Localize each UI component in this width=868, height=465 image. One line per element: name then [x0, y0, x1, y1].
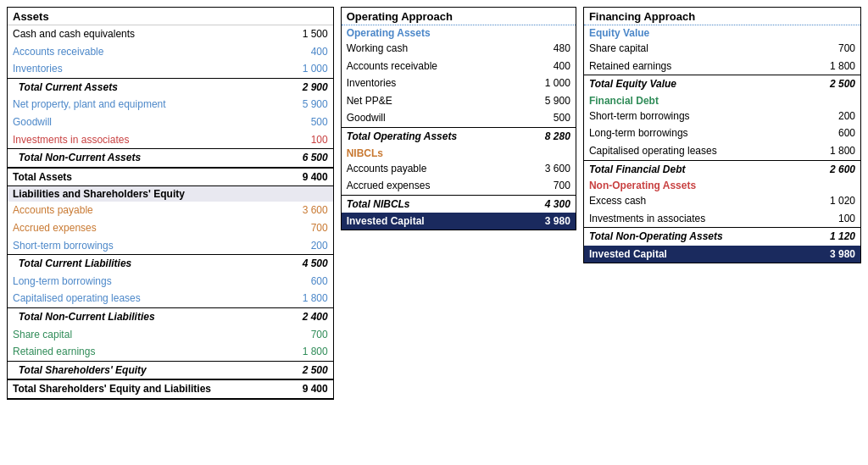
equity-value-title: Equity Value	[584, 25, 860, 40]
accrued-value: 700	[294, 220, 328, 236]
goodwill-label: Goodwill	[13, 114, 52, 130]
tnca-value: 6 500	[294, 150, 328, 166]
share-cap-value: 700	[294, 327, 328, 343]
op-assets-title: Operating Assets	[342, 25, 576, 40]
cap-leases-label: Capitalised operating leases	[13, 291, 141, 307]
financial-debt-title: Financial Debt	[584, 93, 860, 108]
total-non-op-assets-row: Total Non-Operating Assets 1 120	[584, 227, 860, 246]
cap-leases-row: Capitalised operating leases 1 800	[8, 290, 333, 307]
tfd-label: Total Financial Debt	[589, 162, 686, 178]
total-assets-row: Total Assets 9 400	[8, 167, 333, 187]
working-cash-row: Working cash 480	[342, 40, 576, 58]
cash-label: Cash and cash equivalents	[13, 26, 135, 42]
fin-ltb-row: Long-term borrowings 600	[584, 125, 860, 142]
ar-value: 400	[294, 44, 328, 60]
total-nibcls-row: Total NIBCLs 4 300	[342, 195, 576, 213]
inv-label: Inventories	[13, 61, 63, 77]
accrued-label: Accrued expenses	[13, 220, 97, 236]
fin-share-cap-label: Share capital	[589, 41, 648, 57]
cap-leases-value: 1 800	[294, 291, 328, 307]
tnoa-label: Total Non-Operating Assets	[589, 229, 723, 245]
tn-value: 4 300	[537, 197, 570, 213]
fin-stb-label: Short-term borrowings	[589, 108, 690, 125]
op-ap-row: Accounts payable 3 600	[342, 160, 576, 178]
working-cash-label: Working cash	[347, 41, 408, 57]
retained-earn-label: Retained earnings	[13, 344, 95, 360]
invest-assoc-row: Investments in associates 100	[8, 131, 333, 149]
op-inv-value: 1 000	[537, 75, 570, 91]
toa-label: Total Operating Assets	[347, 129, 457, 145]
op-inv-label: Inventories	[347, 75, 397, 91]
fin-stb-row: Short-term borrowings 200	[584, 108, 860, 125]
assets-panel: Assets Cash and cash equivalents 1 500 A…	[7, 7, 334, 400]
op-accrued-value: 700	[537, 178, 570, 194]
financing-panel: Financing Approach Equity Value Share ca…	[583, 7, 861, 263]
fin-invest-assoc-label: Investments in associates	[589, 211, 705, 227]
op-accrued-label: Accrued expenses	[347, 178, 431, 194]
ap-value: 3 600	[294, 202, 328, 219]
op-ppe-row: Net PP&E 5 900	[342, 92, 576, 110]
share-cap-row: Share capital 700	[8, 326, 333, 344]
fin-stb-value: 200	[821, 108, 855, 125]
inv-row: Inventories 1 000	[8, 60, 333, 78]
toa-value: 8 280	[537, 129, 570, 145]
tnca-label: Total Non-Current Assets	[13, 150, 141, 166]
fin-cap-leases-value: 1 800	[821, 143, 855, 159]
fin-retained-value: 1 800	[821, 58, 855, 75]
tcl-value: 4 500	[294, 256, 328, 272]
total-current-assets-row: Total Current Assets 2 900	[8, 78, 333, 97]
total-fin-debt-row: Total Financial Debt 2 600	[584, 160, 860, 179]
share-cap-label: Share capital	[13, 327, 72, 343]
total-op-assets-row: Total Operating Assets 8 280	[342, 127, 576, 146]
inv-value: 1 000	[294, 61, 328, 77]
working-cash-value: 480	[537, 41, 570, 57]
fin-invest-assoc-value: 100	[821, 211, 855, 227]
fin-cap-leases-row: Capitalised operating leases 1 800	[584, 142, 860, 160]
tcl-label: Total Current Liabilities	[13, 256, 131, 272]
tca-label: Total Current Assets	[13, 80, 118, 96]
operating-panel: Operating Approach Operating Assets Work…	[341, 7, 576, 230]
financing-title: Financing Approach	[589, 10, 695, 23]
invest-assoc-label: Investments in associates	[13, 132, 129, 148]
stb-value: 200	[294, 238, 328, 254]
ar-label: Accounts receivable	[13, 44, 103, 60]
tev-value: 2 500	[821, 76, 855, 92]
op-ic-value: 3 980	[537, 215, 570, 227]
tnoa-value: 1 120	[821, 229, 855, 245]
total-equity-value-row: Total Equity Value 2 500	[584, 75, 860, 93]
tfd-value: 2 600	[821, 162, 855, 178]
assets-header: Assets	[8, 8, 333, 25]
total-ncl-row: Total Non-Current Liabilities 2 400	[8, 307, 333, 326]
tn-label: Total NIBCLs	[347, 197, 410, 213]
goodwill-row: Goodwill 500	[8, 113, 333, 131]
ar-row: Accounts receivable 400	[8, 43, 333, 61]
op-ar-value: 400	[537, 58, 570, 75]
tncl-value: 2 400	[294, 309, 328, 325]
fin-share-cap-row: Share capital 700	[584, 40, 860, 58]
invest-assoc-value: 100	[294, 132, 328, 148]
liabilities-header: Liabilities and Shareholders' Equity	[8, 186, 333, 202]
goodwill-value: 500	[294, 114, 328, 130]
op-ar-row: Accounts receivable 400	[342, 58, 576, 75]
stb-row: Short-term borrowings 200	[8, 237, 333, 255]
op-invested-capital-row: Invested Capital 3 980	[342, 213, 576, 230]
ap-row: Accounts payable 3 600	[8, 202, 333, 219]
fin-ltb-label: Long-term borrowings	[589, 125, 688, 141]
op-ar-label: Accounts receivable	[347, 58, 437, 75]
op-ap-value: 3 600	[537, 161, 570, 177]
ltb-row: Long-term borrowings 600	[8, 273, 333, 291]
tncl-label: Total Non-Current Liabilities	[13, 309, 155, 325]
retained-earn-row: Retained earnings 1 800	[8, 343, 333, 361]
cash-row: Cash and cash equivalents 1 500	[8, 25, 333, 43]
fin-invested-capital-row: Invested Capital 3 980	[584, 246, 860, 263]
op-ppe-value: 5 900	[537, 93, 570, 109]
accrued-row: Accrued expenses 700	[8, 219, 333, 237]
ppe-label: Net property, plant and equipment	[13, 97, 166, 113]
stb-label: Short-term borrowings	[13, 238, 114, 254]
ta-value: 9 400	[294, 169, 328, 185]
ltb-label: Long-term borrowings	[13, 274, 112, 290]
op-ap-label: Accounts payable	[347, 161, 427, 177]
op-accrued-row: Accrued expenses 700	[342, 177, 576, 195]
excess-cash-label: Excess cash	[589, 193, 646, 209]
te-value: 2 500	[294, 363, 328, 379]
